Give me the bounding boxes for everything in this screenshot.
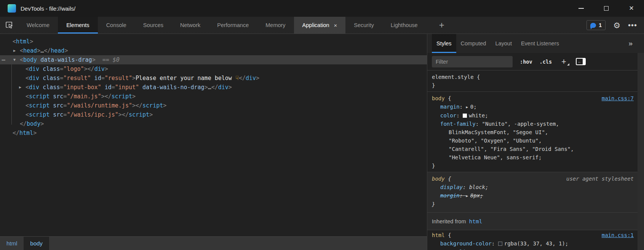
- breadcrumb: htmlbody: [0, 236, 427, 250]
- tab-label: Network: [180, 22, 200, 28]
- add-tab-button[interactable]: +: [433, 17, 451, 34]
- sidebar-tab-styles[interactable]: Styles: [432, 34, 456, 53]
- stylesheet-link[interactable]: main.css:7: [602, 94, 634, 103]
- tab-label: Performance: [217, 22, 249, 28]
- styles-sections: element.style {}body {main.css:7margin: …: [427, 71, 638, 250]
- toggle-classes[interactable]: .cls: [540, 59, 552, 65]
- tree-row[interactable]: ⋯▼<body data-wails-drag> == $0: [0, 55, 427, 64]
- expand-right-icon[interactable]: ▶: [13, 46, 16, 55]
- tree-row[interactable]: </html>: [0, 128, 427, 138]
- sidebar-tab-event-listeners[interactable]: Event Listeners: [516, 34, 564, 53]
- tree-row[interactable]: <div class="logo"></div>: [0, 64, 427, 74]
- css-value-continuation: BlinkMacSystemFont, "Segoe UI",: [432, 128, 634, 136]
- expand-shorthand-icon[interactable]: ▶: [466, 105, 468, 109]
- expand-shorthand-icon[interactable]: ▶: [466, 194, 468, 198]
- sidebar-tab-computed[interactable]: Computed: [456, 34, 491, 53]
- toggle-computed-sidebar-icon[interactable]: ←: [576, 58, 586, 65]
- css-value-continuation: "Cantarell", "Fira Sans", "Droid Sans",: [432, 145, 634, 153]
- css-property[interactable]: text-align: center;: [432, 248, 634, 250]
- minimize-button[interactable]: [569, 0, 594, 17]
- new-style-rule-button[interactable]: +: [561, 57, 566, 67]
- expand-right-icon[interactable]: ▶: [19, 83, 21, 92]
- maximize-button[interactable]: [594, 0, 619, 17]
- styles-filter-input[interactable]: [432, 56, 513, 67]
- tree-row[interactable]: <div class="result" id="result">Please e…: [0, 74, 427, 83]
- property-value: white;: [469, 112, 488, 119]
- property-value: block;: [469, 184, 489, 190]
- tree-row[interactable]: <script src="/wails/ipc.js"></script>: [0, 110, 427, 119]
- toolbar-tabs: WelcomeElementsConsoleSourcesNetworkPerf…: [18, 17, 426, 34]
- tab-performance[interactable]: Performance: [209, 17, 257, 34]
- window-controls: ✕: [569, 0, 644, 17]
- tab-network[interactable]: Network: [172, 17, 209, 34]
- toggle-hover-state[interactable]: :hov: [520, 59, 532, 65]
- tab-elements[interactable]: Elements: [58, 17, 97, 34]
- color-swatch[interactable]: [463, 114, 467, 118]
- breadcrumb-item-body[interactable]: body: [24, 237, 49, 250]
- tab-security[interactable]: Security: [345, 17, 382, 34]
- css-property[interactable]: color: white;: [432, 111, 634, 120]
- rule-selector[interactable]: body: [432, 94, 445, 103]
- css-property[interactable]: display: block;: [432, 183, 634, 191]
- tree-row[interactable]: <html>: [0, 37, 427, 46]
- tab-application[interactable]: Application×: [294, 17, 346, 34]
- color-swatch[interactable]: [498, 242, 502, 246]
- chat-bubble-icon: [590, 23, 596, 28]
- stylesheet-link[interactable]: main.css:1: [602, 231, 634, 239]
- tab-welcome[interactable]: Welcome: [18, 17, 58, 34]
- breadcrumb-item-html[interactable]: html: [0, 237, 24, 250]
- tab-console[interactable]: Console: [98, 17, 135, 34]
- inspect-element-button[interactable]: [0, 17, 18, 34]
- css-property[interactable]: margin: ▶8px;: [432, 191, 634, 200]
- tab-label: Elements: [66, 22, 89, 28]
- tab-label: Welcome: [27, 22, 50, 28]
- tree-row[interactable]: </body>: [0, 119, 427, 128]
- settings-gear-icon[interactable]: ⚙: [613, 21, 620, 29]
- maximize-icon: [604, 6, 609, 11]
- rule-selector-row: html {main.css:1: [432, 231, 634, 239]
- rule-close-brace: }: [432, 200, 634, 208]
- close-icon: ✕: [629, 5, 634, 11]
- tree-row[interactable]: ▶<div class="input-box" id="input" data-…: [0, 83, 427, 92]
- tab-lighthouse[interactable]: Lighthouse: [382, 17, 426, 34]
- overflow-chevron-icon[interactable]: »: [628, 34, 633, 53]
- property-value: "Nunito", -apple-system,: [482, 121, 559, 127]
- rule-selector[interactable]: html: [432, 231, 445, 239]
- property-value: rgba(33, 37, 43, 1);: [504, 240, 569, 247]
- tree-row[interactable]: ▶<head>…</head>: [0, 46, 427, 55]
- close-button[interactable]: ✕: [619, 0, 644, 17]
- tab-label: Application: [302, 22, 329, 28]
- tab-sources[interactable]: Sources: [135, 17, 172, 34]
- styles-scrollbar[interactable]: [638, 53, 644, 250]
- css-rule-section: html {main.css:1background-color: rgba(3…: [427, 230, 638, 250]
- badge-count: 1: [599, 22, 602, 28]
- rule-close-brace: }: [432, 162, 634, 170]
- tab-label: Security: [354, 22, 374, 28]
- rule-selector[interactable]: body: [432, 175, 445, 183]
- property-name: background-color: [440, 240, 492, 247]
- expand-down-icon[interactable]: ▼: [13, 55, 16, 64]
- elements-panel: <html>▶<head>…</head>⋯▼<body data-wails-…: [0, 34, 427, 250]
- window-title: DevTools - file://wails/: [21, 5, 75, 12]
- stylesheet-origin-note: user agent stylesheet: [566, 175, 634, 183]
- css-property[interactable]: background-color: rgba(33, 37, 43, 1);: [432, 239, 634, 248]
- css-property[interactable]: font-family: "Nunito", -apple-system,: [432, 120, 634, 128]
- tree-row[interactable]: <script src="/wails/runtime.js"></script…: [0, 101, 427, 110]
- feedback-badge[interactable]: 1: [586, 20, 606, 30]
- css-property[interactable]: margin: ▶0;: [432, 103, 634, 111]
- inherited-element-link[interactable]: html: [469, 217, 482, 226]
- tab-memory[interactable]: Memory: [257, 17, 294, 34]
- tree-row[interactable]: <script src="/main.js"></script>: [0, 92, 427, 101]
- styles-filter-row: :hov .cls + ←: [427, 53, 638, 71]
- sidebar-tab-layout[interactable]: Layout: [491, 34, 516, 53]
- rule-selector[interactable]: element.style: [432, 73, 474, 81]
- inherited-from-bar: Inherited fromhtml: [427, 213, 638, 230]
- close-tab-icon[interactable]: ×: [334, 22, 337, 29]
- css-rule-section: body {main.css:7margin: ▶0;color: white;…: [427, 92, 638, 172]
- property-name: margin: [440, 104, 460, 110]
- devtools-toolbar: WelcomeElementsConsoleSourcesNetworkPerf…: [0, 17, 644, 34]
- more-menu-icon[interactable]: •••: [628, 21, 637, 29]
- row-overflow-icon[interactable]: ⋯: [2, 55, 6, 64]
- property-name: display: [440, 184, 463, 190]
- property-value: 8px;: [470, 192, 483, 199]
